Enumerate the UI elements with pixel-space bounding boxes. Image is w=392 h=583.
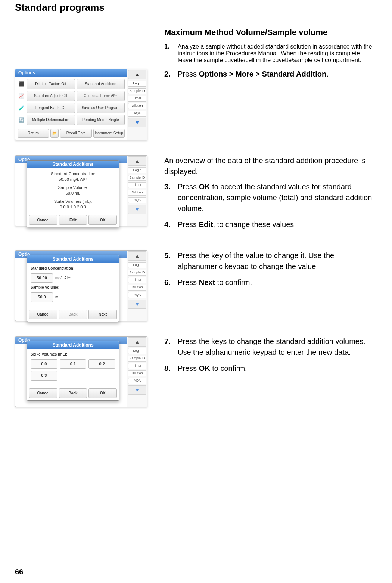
return-button[interactable]: Return [18,129,49,138]
cancel-button[interactable]: Cancel [29,215,57,225]
dilution-icon: ⬛ [18,79,25,89]
adjust-icon: 📈 [18,91,25,101]
spike-vol-1-input[interactable]: 0.1 [60,359,87,369]
login-button[interactable]: Login [128,348,146,354]
login-button[interactable]: Login [128,167,146,173]
sample-id-button[interactable]: Sample ID [128,88,146,94]
back-button[interactable]: Back [59,310,87,319]
step-num: 5. [164,250,178,272]
dilution-factor-button[interactable]: Dilution Factor: Off [27,79,75,89]
page-number: 66 [15,568,23,576]
folder-icon[interactable]: 📂 [50,129,59,138]
sidebar: ▲ Login Sample ID Timer Dilution AQA ▼ [127,69,147,140]
scroll-down-button[interactable]: ▼ [128,118,146,127]
cancel-button[interactable]: Cancel [29,310,57,319]
step-num: 6. [164,277,178,288]
options-titlebar: Options [15,69,127,77]
multiple-determination-button[interactable]: Multiple Determination [27,115,75,125]
page-footer: 66 [15,565,377,576]
std-conc-label: Standard Concentration: [31,266,115,271]
timer-button[interactable]: Timer [128,363,146,369]
spike-vol-value: 0.0 0.1 0.2 0.3 [31,204,115,210]
sample-id-button[interactable]: Sample ID [128,356,146,362]
sample-vol-value: 50.0 mL [31,190,115,196]
spike-vol-3-input[interactable]: 0.3 [31,371,57,380]
dilution-button[interactable]: Dilution [128,285,146,291]
step-body: Press OK to confirm. [178,363,377,374]
std-conc-value: 50.00 mg/L Al³⁺ [31,177,115,182]
scroll-up-button[interactable]: ▲ [128,156,146,166]
cancel-button[interactable]: Cancel [29,388,57,398]
page-title: Standard programs [15,2,377,13]
scroll-down-button[interactable]: ▼ [128,300,146,309]
step-num: 4. [164,219,178,230]
edit-button[interactable]: Edit [59,215,87,225]
chemical-form-button[interactable]: Chemical Form: Al³⁺ [77,91,125,101]
aqa-button[interactable]: AQA [128,292,146,298]
spike-vol-label: Spike Volumes (mL): [31,199,115,204]
screenshot-options: Options ⬛ Dilution Factor: Off Standard … [15,69,147,140]
std-conc-input[interactable]: 50.00 [31,273,53,283]
ok-button[interactable]: OK [88,215,117,225]
step-body: Press Edit, to change these values. [178,219,377,230]
sample-id-button[interactable]: Sample ID [128,270,146,276]
step-num: 7. [164,336,178,358]
timer-button[interactable]: Timer [128,277,146,283]
back-button[interactable]: Back [59,388,87,398]
login-button[interactable]: Login [128,262,146,268]
step-body: Press Options > More > Standard Addition… [178,69,377,80]
save-user-program-button[interactable]: Save as User Program [77,103,125,113]
section-title: Maximum Method Volume/Sample volume [164,28,377,37]
step-body: Analyze a sample without added standard … [178,43,377,63]
step-num: 8. [164,363,178,374]
aqa-button[interactable]: AQA [128,197,146,203]
sample-id-button[interactable]: Sample ID [128,175,146,181]
login-button[interactable]: Login [128,81,146,87]
sample-vol-label: Sample Volume: [31,285,115,290]
std-conc-unit: mg/L Al³⁺ [55,276,71,281]
aqa-button[interactable]: AQA [128,378,146,384]
section-intro: Maximum Method Volume/Sample volume 1. A… [164,28,377,63]
recall-data-button[interactable]: Recall Data [60,129,91,138]
next-button[interactable]: Next [88,310,117,319]
spike-vol-label: Spike Volumes (mL): [31,352,115,357]
dilution-button[interactable]: Dilution [128,190,146,196]
dilution-button[interactable]: Dilution [128,370,146,376]
reading-mode-button[interactable]: Reading Mode: Single [77,115,125,125]
timer-button[interactable]: Timer [128,96,146,102]
sample-vol-unit: mL [55,295,60,300]
spike-vol-2-input[interactable]: 0.2 [88,359,115,369]
step-body: Press Next to confirm. [178,277,377,288]
std-conc-label: Standard Concentration: [31,171,115,177]
modal-title: Standard Additions [27,161,119,168]
screenshot-overview-modal: Optio... ▲ Login Sample ID Timer Dilutio… [15,155,147,226]
block-2: Optio... ▲ Login Sample ID Timer Dilutio… [15,155,377,235]
step-body: Press OK to accept the standard values f… [178,182,377,214]
sample-vol-input[interactable]: 50.0 [31,292,53,302]
scroll-up-button[interactable]: ▲ [128,70,146,79]
ok-button[interactable]: OK [88,388,117,398]
sample-vol-label: Sample Volume: [31,185,115,190]
step-num: 2. [164,69,178,80]
aqa-button[interactable]: AQA [128,111,146,117]
page-header: Standard programs [15,0,377,16]
standard-additions-spike-modal: Standard Additions Spike Volumes (mL): 0… [27,341,119,401]
standard-additions-overview-modal: Standard Additions Standard Concentratio… [27,160,119,227]
spike-vol-0-input[interactable]: 0.0 [31,359,57,369]
block-3: Optio... ▲ Login Sample ID Timer Dilutio… [15,250,377,321]
scroll-down-button[interactable]: ▼ [128,385,146,395]
step-body: Press the keys to change the standard ad… [178,336,377,358]
screenshot-edit-values-modal: Optio... ▲ Login Sample ID Timer Dilutio… [15,250,147,321]
step-num: 3. [164,182,178,214]
dilution-button[interactable]: Dilution [128,103,146,109]
scroll-up-button[interactable]: ▲ [128,337,146,347]
instrument-setup-button[interactable]: Instrument Setup [93,129,125,138]
modal-title: Standard Additions [27,341,119,349]
reagent-blank-button[interactable]: Reagent Blank: Off [27,103,75,113]
scroll-up-button[interactable]: ▲ [128,251,146,261]
scroll-down-button[interactable]: ▼ [128,205,146,214]
block-4: Optio... ▲ Login Sample ID Timer Dilutio… [15,336,377,407]
timer-button[interactable]: Timer [128,182,146,188]
standard-additions-button[interactable]: Standard Additions [77,79,125,89]
standard-adjust-button[interactable]: Standard Adjust: Off [27,91,75,101]
